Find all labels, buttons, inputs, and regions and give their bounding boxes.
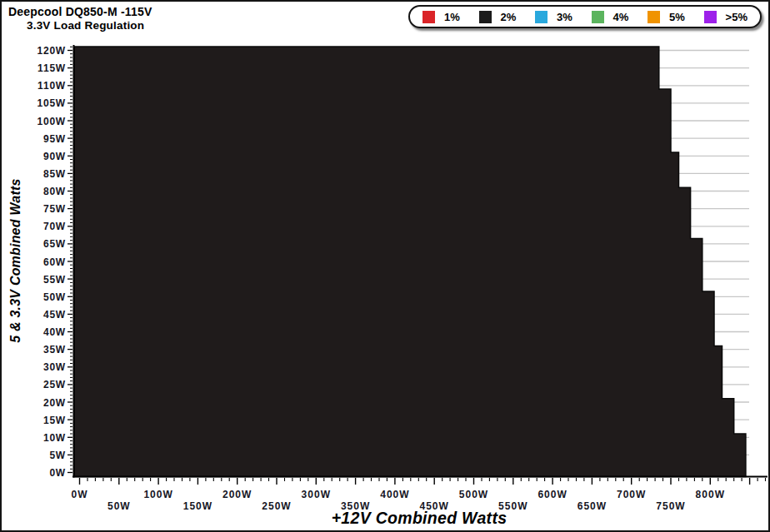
y-axis-title: 5 & 3.3V Combined Watts bbox=[8, 177, 27, 345]
x-tick-label: 100W bbox=[143, 489, 172, 500]
y-tick-label: 105W bbox=[37, 97, 66, 109]
y-tick-label: 100W bbox=[37, 116, 66, 127]
y-tick-label: 90W bbox=[43, 151, 66, 162]
y-tick-label: 35W bbox=[43, 344, 66, 355]
y-tick-label: 75W bbox=[43, 203, 66, 215]
y-tick-label: 10W bbox=[43, 432, 66, 444]
y-tick-label: 30W bbox=[43, 361, 66, 373]
x-tick-label: 200W bbox=[222, 489, 252, 500]
x-tick-label: 0W bbox=[72, 489, 88, 500]
y-tick-label: 45W bbox=[43, 309, 66, 321]
x-tick-label: 800W bbox=[696, 489, 725, 500]
y-tick-label: 0W bbox=[49, 467, 66, 479]
y-tick-label: 5W bbox=[49, 450, 66, 461]
y-tick-label: 85W bbox=[43, 168, 66, 180]
y-tick-label: 95W bbox=[43, 133, 66, 145]
y-tick-label: 60W bbox=[43, 256, 66, 268]
y-tick-label: 65W bbox=[43, 238, 66, 250]
y-tick-label: 110W bbox=[38, 80, 66, 92]
y-tick-label: 120W bbox=[37, 45, 66, 57]
y-tick-label: 70W bbox=[43, 221, 66, 232]
y-tick-label: 20W bbox=[43, 397, 66, 409]
x-tick-label: 700W bbox=[617, 489, 646, 500]
y-tick-label: 115W bbox=[38, 62, 66, 74]
regulation-region bbox=[74, 47, 746, 477]
x-tick-label: 300W bbox=[302, 489, 331, 500]
x-axis-title: +12V Combined Watts bbox=[73, 509, 765, 528]
x-tick-label: 600W bbox=[538, 489, 567, 500]
y-tick-label: 40W bbox=[43, 326, 66, 338]
y-tick-label: 55W bbox=[43, 274, 66, 286]
chart-canvas: Deepcool DQ850-M -115V 3.3V Load Regulat… bbox=[0, 0, 770, 532]
x-tick-label: 400W bbox=[380, 489, 409, 500]
y-tick-label: 80W bbox=[43, 186, 66, 197]
plot-area: 0W5W10W15W20W25W30W35W40W45W50W55W60W65W… bbox=[2, 2, 770, 532]
y-tick-label: 25W bbox=[43, 379, 66, 390]
x-tick-label: 500W bbox=[459, 489, 488, 500]
y-tick-label: 15W bbox=[43, 415, 66, 426]
y-tick-label: 50W bbox=[43, 291, 66, 303]
